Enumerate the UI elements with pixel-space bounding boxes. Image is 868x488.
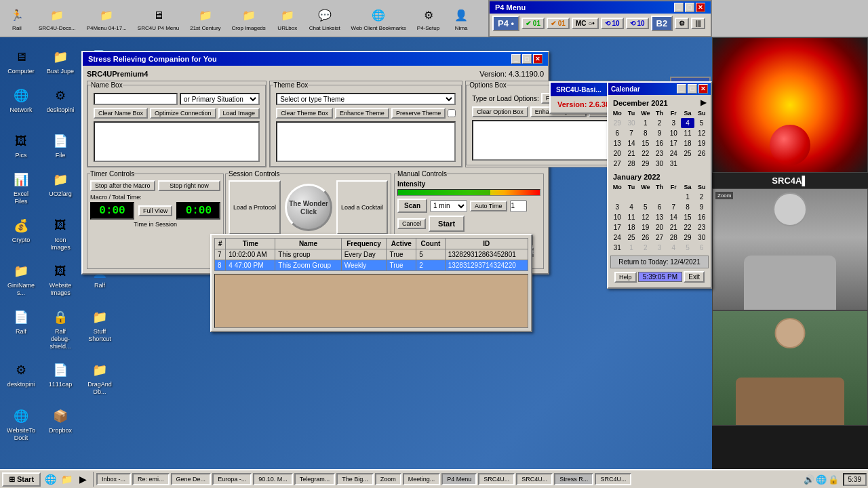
jan-d2-next[interactable]: 2: [638, 243, 652, 253]
load-image-btn[interactable]: Load Image: [218, 108, 260, 119]
dec-d3[interactable]: 3: [667, 118, 681, 128]
p4-b2-btn[interactable]: B2: [651, 16, 673, 31]
dec-d21[interactable]: 21: [625, 148, 639, 159]
tb-item-p4menu[interactable]: P4 Menu: [441, 473, 477, 485]
jan-d3-next[interactable]: 3: [652, 243, 667, 253]
stress-maximize-btn[interactable]: □: [522, 54, 532, 64]
theme-dropdown[interactable]: Select or type Theme: [276, 93, 456, 105]
tray-security-icon[interactable]: 🔒: [828, 474, 839, 485]
dec-d12[interactable]: 12: [694, 128, 709, 138]
jan-d17[interactable]: 17: [610, 222, 625, 232]
time-unit-select[interactable]: 1 min: [430, 200, 467, 212]
dec-d23[interactable]: 23: [652, 148, 667, 159]
jan-d9[interactable]: 9: [694, 202, 709, 212]
desktop-icon-pics[interactable]: 🖼 Pics: [5, 129, 37, 162]
schedule-row-7[interactable]: 7 10:02:00 AM This group Every Day True …: [215, 249, 528, 260]
load-protocol-btn[interactable]: Load a Protocol: [229, 180, 281, 235]
p4-11-btn[interactable]: ✔ 01: [521, 18, 545, 29]
dec-d31[interactable]: 31: [667, 159, 681, 169]
clear-option-box-btn[interactable]: Clear Option Box: [472, 106, 528, 117]
stop-right-now-btn[interactable]: Stop right now: [158, 180, 221, 191]
dec-d29[interactable]: 29: [638, 159, 652, 169]
jan-d26[interactable]: 26: [638, 232, 652, 243]
tb-p4-setup[interactable]: ⚙ P4-Setup: [414, 5, 442, 33]
jan-d19[interactable]: 19: [638, 222, 652, 232]
start-btn[interactable]: Start: [429, 216, 465, 232]
jan-d24[interactable]: 24: [610, 232, 625, 243]
tb-item-meeting[interactable]: Meeting...: [403, 473, 441, 485]
p4-p4-btn[interactable]: P4 •: [492, 16, 519, 31]
desktop-icon-websiteto[interactable]: 🌐 WebsiteTo Docit: [5, 404, 37, 445]
desktop-icon-crypto[interactable]: 💰 Crypto: [5, 214, 37, 254]
jan-d15[interactable]: 15: [681, 212, 695, 222]
desktop-icon-network[interactable]: 🌐 Network: [5, 83, 37, 124]
jan-d6-next[interactable]: 6: [694, 243, 709, 253]
start-button[interactable]: ⊞ Start: [2, 472, 41, 487]
desktop-icon-gininames[interactable]: 📁 GiniNames...: [5, 259, 37, 300]
name-dropdown[interactable]: or Primary Situation: [180, 93, 260, 105]
dec-d20[interactable]: 20: [610, 148, 625, 159]
jan-d2[interactable]: 2: [694, 192, 709, 202]
p4-10a-btn[interactable]: ⟲ 10: [601, 18, 624, 29]
p4-gear-btn[interactable]: ⚙: [675, 18, 689, 29]
tb-urlbox[interactable]: 📁 URLbox: [274, 5, 301, 33]
dec-d16[interactable]: 16: [652, 138, 667, 148]
tb-item-src4u3[interactable]: SRC4U...: [595, 473, 631, 485]
auto-time-btn[interactable]: Auto Time: [470, 201, 507, 211]
preserve-theme-btn[interactable]: Preserve Theme: [391, 108, 446, 119]
tb-item-src4u1[interactable]: SRC4U...: [478, 473, 515, 485]
jan-d23[interactable]: 23: [694, 222, 709, 232]
jan-d4-next[interactable]: 4: [667, 243, 681, 253]
jan-d6[interactable]: 6: [652, 202, 667, 212]
jan-d25[interactable]: 25: [625, 232, 639, 243]
cal-exit-btn[interactable]: Exit: [684, 271, 705, 283]
jan-d22[interactable]: 22: [681, 222, 695, 232]
scan-btn[interactable]: Scan: [397, 199, 427, 213]
ql-ie[interactable]: 🌐: [43, 472, 58, 487]
dec-d24[interactable]: 24: [667, 148, 681, 159]
tb-item-reemi[interactable]: Re: emi...: [132, 473, 170, 485]
jan-d28[interactable]: 28: [667, 232, 681, 243]
tray-network-icon[interactable]: 🌐: [816, 474, 827, 485]
jan-d13[interactable]: 13: [652, 212, 667, 222]
name-input[interactable]: [94, 93, 178, 105]
tb-web-client[interactable]: 🌐 Web Client Bookmarks: [349, 5, 409, 33]
stress-close-btn[interactable]: ✕: [533, 54, 542, 64]
jan-d3[interactable]: 3: [610, 202, 625, 212]
stop-after-macro-btn[interactable]: Stop after the Macro: [90, 180, 155, 191]
tb-item-thebig[interactable]: The Big...: [336, 473, 374, 485]
ql-folder[interactable]: 📁: [59, 472, 74, 487]
desktop-icon-desktopini[interactable]: ⚙ desktopini: [45, 83, 76, 124]
cal-maximize[interactable]: □: [688, 84, 697, 94]
jan-d11[interactable]: 11: [625, 212, 639, 222]
dec-d1[interactable]: 1: [638, 118, 652, 128]
desktop-icon-bust-jupe[interactable]: 📁 Bust Jupe: [45, 45, 76, 78]
jan-d14[interactable]: 14: [667, 212, 681, 222]
return-to-today[interactable]: Return to Today: 12/4/2021: [610, 256, 709, 268]
dec-d29-prev[interactable]: 29: [610, 118, 625, 128]
dec-d17[interactable]: 17: [667, 138, 681, 148]
desktop-icon-icon-images[interactable]: 🖼 Icon Images: [45, 214, 76, 254]
dec-d11[interactable]: 11: [681, 128, 695, 138]
jan-d20[interactable]: 20: [652, 222, 667, 232]
jan-d30[interactable]: 30: [694, 232, 709, 243]
tb-crop-images[interactable]: 📁 Crop Imageds: [229, 5, 269, 33]
dec-d9[interactable]: 9: [652, 128, 667, 138]
p4-10b-btn[interactable]: ⟲ 10: [626, 18, 649, 29]
desktop-icon-stuff[interactable]: 📁 Stuff Shortcut: [84, 305, 115, 352]
desktop-icon-computer[interactable]: 🖥 Computer: [5, 45, 37, 78]
dec-d19[interactable]: 19: [694, 138, 709, 148]
dec-d22[interactable]: 22: [638, 148, 652, 159]
tb-p4menu[interactable]: 📁 P4Menu 04-17...: [84, 5, 130, 33]
p4-minimize-btn[interactable]: _: [674, 3, 684, 12]
jan-d29[interactable]: 29: [681, 232, 695, 243]
cal-minimize[interactable]: _: [677, 84, 686, 94]
cancel-btn[interactable]: Cancel: [397, 218, 426, 229]
tb-item-europa[interactable]: Europa -...: [212, 473, 252, 485]
tb-item-inbox[interactable]: Inbox -...: [96, 473, 131, 485]
tb-src4u-p4[interactable]: 🖥 SRC4U P4 Menu: [135, 5, 182, 33]
ql-media[interactable]: ▶: [75, 472, 90, 487]
tb-item-telegram[interactable]: Telegram...: [294, 473, 336, 485]
dec-d8[interactable]: 8: [638, 128, 652, 138]
dec-d2[interactable]: 2: [652, 118, 667, 128]
